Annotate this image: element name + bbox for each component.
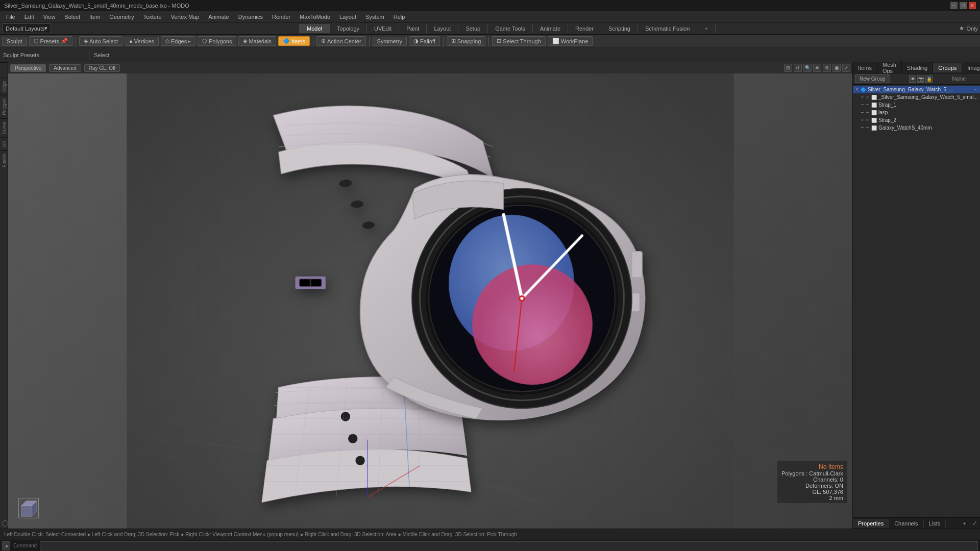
vp-icon-3[interactable]: 🔍 <box>803 64 812 72</box>
menu-edit[interactable]: Edit <box>20 13 38 21</box>
star-icon[interactable]: ★ <box>959 25 964 32</box>
symmetry-label: Symmetry <box>377 38 403 44</box>
edges-button[interactable]: ◇ Edges ▸ <box>161 36 195 46</box>
tab-uvedit[interactable]: UVEdit <box>367 24 399 33</box>
work-plane-button[interactable]: ⬜ WorkPlane <box>548 36 593 46</box>
menu-system[interactable]: System <box>361 13 388 21</box>
presets-button[interactable]: ⬡ Presets 📌 <box>29 36 72 46</box>
rpb-tab-channels[interactable]: Channels <box>889 519 923 528</box>
scene-item-4[interactable]: ━ ━ ⬜ Strap_2 <box>853 116 980 124</box>
items-button[interactable]: 🔷 Items <box>278 36 310 46</box>
rp-icon-lock[interactable]: 🔒 <box>925 76 933 83</box>
strip-tab-uv[interactable]: UV <box>0 137 8 151</box>
vp-icon-expand[interactable]: ⤢ <box>842 64 850 72</box>
strip-tab-edge[interactable]: Edge <box>0 78 8 95</box>
menu-geometry[interactable]: Geometry <box>105 13 138 21</box>
strip-tab-polygon[interactable]: Polygon <box>0 95 8 118</box>
vp-icon-2[interactable]: ↺ <box>794 64 802 72</box>
menu-layout[interactable]: Layout <box>335 13 360 21</box>
sculpt-button[interactable]: Sculpt <box>2 37 27 46</box>
menu-animate[interactable]: Animate <box>204 13 233 21</box>
tab-setup[interactable]: Setup <box>458 24 488 33</box>
rp-tab-items[interactable]: Items <box>853 63 877 72</box>
scene-item-5[interactable]: ━ ━ ⬜ Galaxy_WatchS_40mm <box>853 124 980 132</box>
rpb-tab-add[interactable]: + <box>960 519 969 528</box>
tab-schematic-fusion[interactable]: Schematic Fusion <box>638 24 697 33</box>
rp-tab-shading[interactable]: Shading <box>902 63 933 72</box>
rp-tab-images[interactable]: Images <box>962 63 980 72</box>
scene-item-root[interactable]: ▼ 🔷 Silver_Samsung_Galaxy_Watch_5_... ⋯ <box>853 86 980 93</box>
default-layouts-dropdown[interactable]: Default Layouts ▾ <box>2 23 51 33</box>
rpb-expand[interactable]: ⤢ <box>969 519 980 528</box>
polygons-button[interactable]: ⬡ Polygons <box>198 36 236 46</box>
vp-icon-1[interactable]: ⊞ <box>784 64 792 72</box>
rp-icon-cam[interactable]: 📷 <box>917 76 924 83</box>
auto-select-button[interactable]: ◈ Auto Select <box>79 36 122 46</box>
tab-render[interactable]: Render <box>568 24 601 33</box>
new-group-button[interactable]: New Group <box>855 74 890 83</box>
tab-paint[interactable]: Paint <box>399 24 427 33</box>
menu-file[interactable]: File <box>2 13 19 21</box>
rpb-tab-properties[interactable]: Properties <box>853 519 889 528</box>
command-expand-button[interactable]: ◂ <box>2 541 10 550</box>
viewport-area[interactable]: Perspective Advanced Ray GL: Off ⊞ ↺ 🔍 ✱… <box>8 62 852 529</box>
no-items-label: No Items <box>781 463 843 470</box>
vp-icon-4[interactable]: ✱ <box>813 64 821 72</box>
maximize-button[interactable]: □ <box>960 2 967 9</box>
only-label: Only <box>966 26 978 32</box>
rpb-tab-lists[interactable]: Lists <box>924 519 946 528</box>
tab-scripting[interactable]: Scripting <box>601 24 638 33</box>
scene-item-2[interactable]: ━ ━ ⬜ Strap_1 <box>853 101 980 109</box>
rp-icon-eye[interactable]: 👁 <box>909 76 916 83</box>
tab-layout[interactable]: Layout <box>427 24 458 33</box>
menu-select[interactable]: Select <box>60 13 84 21</box>
viewport-canvas[interactable]: No Items Polygons : Catmull-Clark Channe… <box>8 73 852 529</box>
perspective-button[interactable]: Perspective <box>10 64 46 72</box>
vertices-label: Vertices <box>134 38 154 44</box>
rp-tab-groups[interactable]: Groups <box>933 63 962 72</box>
auto-select-label: Auto Select <box>89 38 118 44</box>
scene-lock-4: ━ <box>866 118 869 122</box>
vp-icon-5[interactable]: ⚙ <box>823 64 831 72</box>
menu-texture[interactable]: Texture <box>139 13 166 21</box>
strip-tab-fusion[interactable]: Fusion <box>0 150 8 170</box>
tab-add[interactable]: + <box>697 24 715 33</box>
symmetry-button[interactable]: Symmetry <box>373 37 407 46</box>
strip-tab-curve[interactable]: Curve <box>0 118 8 137</box>
scene-item-1[interactable]: ━ ━ ⬜ _Silver_Samsung_Galaxy_Watch_5_sma… <box>853 93 980 101</box>
scene-item-3[interactable]: ━ ━ ⬜ lasp <box>853 109 980 116</box>
action-center-icon: ⊕ <box>321 38 326 44</box>
materials-button[interactable]: ◈ Materials <box>238 36 276 46</box>
menu-item[interactable]: Item <box>85 13 104 21</box>
command-input[interactable] <box>40 541 978 550</box>
minimize-button[interactable]: ─ <box>950 2 958 9</box>
tab-animate[interactable]: Animate <box>533 24 568 33</box>
vp-icon-6[interactable]: ▣ <box>832 64 841 72</box>
action-center-label: Action Center <box>327 38 361 44</box>
status-bar: Left Double Click: Select Connected ● Le… <box>0 529 980 540</box>
tab-model[interactable]: Model <box>299 24 330 33</box>
right-panel: Items Mesh Ops Shading Groups Images + N… <box>852 62 980 529</box>
materials-icon: ◈ <box>243 38 247 44</box>
close-button[interactable]: ✕ <box>969 2 976 9</box>
menu-vertex-map[interactable]: Vertex Map <box>167 13 204 21</box>
separator-5 <box>488 37 489 46</box>
tab-game-tools[interactable]: Game Tools <box>488 24 533 33</box>
select-through-button[interactable]: ⊟ Select Through <box>492 36 545 46</box>
presets-icon: ⬡ <box>34 38 39 44</box>
menu-help[interactable]: Help <box>389 13 409 21</box>
vertices-button[interactable]: ● Vertices <box>125 37 159 46</box>
menu-maxtomodo[interactable]: MaxToModo <box>296 13 334 21</box>
snapping-button[interactable]: ⊞ Snapping <box>447 36 486 46</box>
menu-dynamics[interactable]: Dynamics <box>234 13 267 21</box>
advanced-button[interactable]: Advanced <box>49 64 81 72</box>
rp-tab-mesh-ops[interactable]: Mesh Ops <box>877 60 902 76</box>
nav-cube[interactable] <box>18 498 39 518</box>
raygl-button[interactable]: Ray GL: Off <box>84 64 120 72</box>
tab-topology[interactable]: Topology <box>330 24 367 33</box>
menu-view[interactable]: View <box>39 13 60 21</box>
select-mode-label[interactable]: Select <box>90 50 114 60</box>
action-center-button[interactable]: ⊕ Action Center <box>316 36 366 46</box>
menu-render[interactable]: Render <box>268 13 295 21</box>
falloff-button[interactable]: ◑ Falloff <box>409 36 440 46</box>
